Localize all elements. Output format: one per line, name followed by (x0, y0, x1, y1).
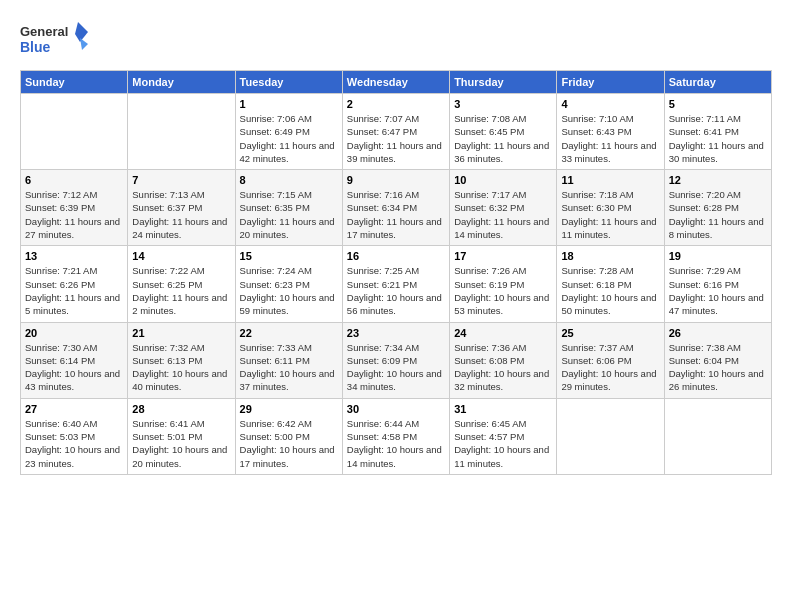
calendar-cell: 5Sunrise: 7:11 AM Sunset: 6:41 PM Daylig… (664, 94, 771, 170)
day-number: 20 (25, 327, 123, 339)
calendar-cell: 28Sunrise: 6:41 AM Sunset: 5:01 PM Dayli… (128, 398, 235, 474)
svg-text:General: General (20, 24, 68, 39)
day-detail: Sunrise: 6:41 AM Sunset: 5:01 PM Dayligh… (132, 417, 230, 470)
day-detail: Sunrise: 7:32 AM Sunset: 6:13 PM Dayligh… (132, 341, 230, 394)
calendar-cell: 8Sunrise: 7:15 AM Sunset: 6:35 PM Daylig… (235, 170, 342, 246)
day-number: 22 (240, 327, 338, 339)
day-number: 30 (347, 403, 445, 415)
day-number: 10 (454, 174, 552, 186)
logo: General Blue (20, 20, 90, 60)
day-number: 8 (240, 174, 338, 186)
day-number: 21 (132, 327, 230, 339)
day-number: 16 (347, 250, 445, 262)
day-number: 7 (132, 174, 230, 186)
day-number: 31 (454, 403, 552, 415)
day-number: 19 (669, 250, 767, 262)
day-number: 13 (25, 250, 123, 262)
day-detail: Sunrise: 7:08 AM Sunset: 6:45 PM Dayligh… (454, 112, 552, 165)
page-header: General Blue (20, 20, 772, 60)
calendar-week-row: 20Sunrise: 7:30 AM Sunset: 6:14 PM Dayli… (21, 322, 772, 398)
day-detail: Sunrise: 7:07 AM Sunset: 6:47 PM Dayligh… (347, 112, 445, 165)
calendar-cell: 10Sunrise: 7:17 AM Sunset: 6:32 PM Dayli… (450, 170, 557, 246)
calendar-cell: 31Sunrise: 6:45 AM Sunset: 4:57 PM Dayli… (450, 398, 557, 474)
day-number: 5 (669, 98, 767, 110)
day-number: 12 (669, 174, 767, 186)
day-detail: Sunrise: 7:22 AM Sunset: 6:25 PM Dayligh… (132, 264, 230, 317)
calendar-cell: 7Sunrise: 7:13 AM Sunset: 6:37 PM Daylig… (128, 170, 235, 246)
calendar-cell: 20Sunrise: 7:30 AM Sunset: 6:14 PM Dayli… (21, 322, 128, 398)
calendar-cell: 24Sunrise: 7:36 AM Sunset: 6:08 PM Dayli… (450, 322, 557, 398)
calendar-cell: 4Sunrise: 7:10 AM Sunset: 6:43 PM Daylig… (557, 94, 664, 170)
calendar-cell: 1Sunrise: 7:06 AM Sunset: 6:49 PM Daylig… (235, 94, 342, 170)
calendar-cell: 26Sunrise: 7:38 AM Sunset: 6:04 PM Dayli… (664, 322, 771, 398)
day-number: 4 (561, 98, 659, 110)
svg-marker-2 (75, 22, 88, 42)
calendar-cell: 29Sunrise: 6:42 AM Sunset: 5:00 PM Dayli… (235, 398, 342, 474)
calendar-cell: 9Sunrise: 7:16 AM Sunset: 6:34 PM Daylig… (342, 170, 449, 246)
calendar-cell: 21Sunrise: 7:32 AM Sunset: 6:13 PM Dayli… (128, 322, 235, 398)
day-number: 29 (240, 403, 338, 415)
calendar-table: SundayMondayTuesdayWednesdayThursdayFrid… (20, 70, 772, 475)
calendar-cell: 13Sunrise: 7:21 AM Sunset: 6:26 PM Dayli… (21, 246, 128, 322)
day-detail: Sunrise: 7:36 AM Sunset: 6:08 PM Dayligh… (454, 341, 552, 394)
weekday-header-cell: Friday (557, 71, 664, 94)
calendar-cell: 25Sunrise: 7:37 AM Sunset: 6:06 PM Dayli… (557, 322, 664, 398)
calendar-week-row: 27Sunrise: 6:40 AM Sunset: 5:03 PM Dayli… (21, 398, 772, 474)
day-detail: Sunrise: 7:11 AM Sunset: 6:41 PM Dayligh… (669, 112, 767, 165)
day-number: 26 (669, 327, 767, 339)
calendar-cell: 19Sunrise: 7:29 AM Sunset: 6:16 PM Dayli… (664, 246, 771, 322)
day-detail: Sunrise: 7:20 AM Sunset: 6:28 PM Dayligh… (669, 188, 767, 241)
day-number: 9 (347, 174, 445, 186)
svg-marker-3 (80, 38, 88, 50)
day-detail: Sunrise: 7:18 AM Sunset: 6:30 PM Dayligh… (561, 188, 659, 241)
calendar-cell (21, 94, 128, 170)
calendar-cell: 18Sunrise: 7:28 AM Sunset: 6:18 PM Dayli… (557, 246, 664, 322)
day-detail: Sunrise: 6:42 AM Sunset: 5:00 PM Dayligh… (240, 417, 338, 470)
day-number: 6 (25, 174, 123, 186)
calendar-cell: 15Sunrise: 7:24 AM Sunset: 6:23 PM Dayli… (235, 246, 342, 322)
calendar-cell: 3Sunrise: 7:08 AM Sunset: 6:45 PM Daylig… (450, 94, 557, 170)
day-detail: Sunrise: 7:34 AM Sunset: 6:09 PM Dayligh… (347, 341, 445, 394)
svg-text:Blue: Blue (20, 39, 51, 55)
day-detail: Sunrise: 7:30 AM Sunset: 6:14 PM Dayligh… (25, 341, 123, 394)
weekday-header-cell: Tuesday (235, 71, 342, 94)
calendar-week-row: 1Sunrise: 7:06 AM Sunset: 6:49 PM Daylig… (21, 94, 772, 170)
day-detail: Sunrise: 7:17 AM Sunset: 6:32 PM Dayligh… (454, 188, 552, 241)
day-detail: Sunrise: 7:06 AM Sunset: 6:49 PM Dayligh… (240, 112, 338, 165)
calendar-cell: 22Sunrise: 7:33 AM Sunset: 6:11 PM Dayli… (235, 322, 342, 398)
weekday-header-cell: Sunday (21, 71, 128, 94)
day-detail: Sunrise: 7:24 AM Sunset: 6:23 PM Dayligh… (240, 264, 338, 317)
calendar-cell: 17Sunrise: 7:26 AM Sunset: 6:19 PM Dayli… (450, 246, 557, 322)
day-number: 11 (561, 174, 659, 186)
calendar-week-row: 6Sunrise: 7:12 AM Sunset: 6:39 PM Daylig… (21, 170, 772, 246)
calendar-cell: 30Sunrise: 6:44 AM Sunset: 4:58 PM Dayli… (342, 398, 449, 474)
day-number: 1 (240, 98, 338, 110)
day-number: 14 (132, 250, 230, 262)
day-detail: Sunrise: 7:29 AM Sunset: 6:16 PM Dayligh… (669, 264, 767, 317)
day-detail: Sunrise: 7:33 AM Sunset: 6:11 PM Dayligh… (240, 341, 338, 394)
calendar-cell: 23Sunrise: 7:34 AM Sunset: 6:09 PM Dayli… (342, 322, 449, 398)
day-number: 25 (561, 327, 659, 339)
day-detail: Sunrise: 7:37 AM Sunset: 6:06 PM Dayligh… (561, 341, 659, 394)
day-number: 27 (25, 403, 123, 415)
weekday-header-cell: Monday (128, 71, 235, 94)
day-detail: Sunrise: 6:45 AM Sunset: 4:57 PM Dayligh… (454, 417, 552, 470)
day-number: 28 (132, 403, 230, 415)
calendar-cell (664, 398, 771, 474)
day-detail: Sunrise: 7:13 AM Sunset: 6:37 PM Dayligh… (132, 188, 230, 241)
calendar-cell: 11Sunrise: 7:18 AM Sunset: 6:30 PM Dayli… (557, 170, 664, 246)
day-number: 15 (240, 250, 338, 262)
day-number: 23 (347, 327, 445, 339)
calendar-cell (557, 398, 664, 474)
day-detail: Sunrise: 7:26 AM Sunset: 6:19 PM Dayligh… (454, 264, 552, 317)
day-detail: Sunrise: 7:38 AM Sunset: 6:04 PM Dayligh… (669, 341, 767, 394)
day-detail: Sunrise: 6:44 AM Sunset: 4:58 PM Dayligh… (347, 417, 445, 470)
weekday-header-cell: Saturday (664, 71, 771, 94)
day-detail: Sunrise: 7:21 AM Sunset: 6:26 PM Dayligh… (25, 264, 123, 317)
day-detail: Sunrise: 7:25 AM Sunset: 6:21 PM Dayligh… (347, 264, 445, 317)
calendar-week-row: 13Sunrise: 7:21 AM Sunset: 6:26 PM Dayli… (21, 246, 772, 322)
calendar-cell: 16Sunrise: 7:25 AM Sunset: 6:21 PM Dayli… (342, 246, 449, 322)
day-number: 18 (561, 250, 659, 262)
calendar-body: 1Sunrise: 7:06 AM Sunset: 6:49 PM Daylig… (21, 94, 772, 475)
calendar-cell (128, 94, 235, 170)
